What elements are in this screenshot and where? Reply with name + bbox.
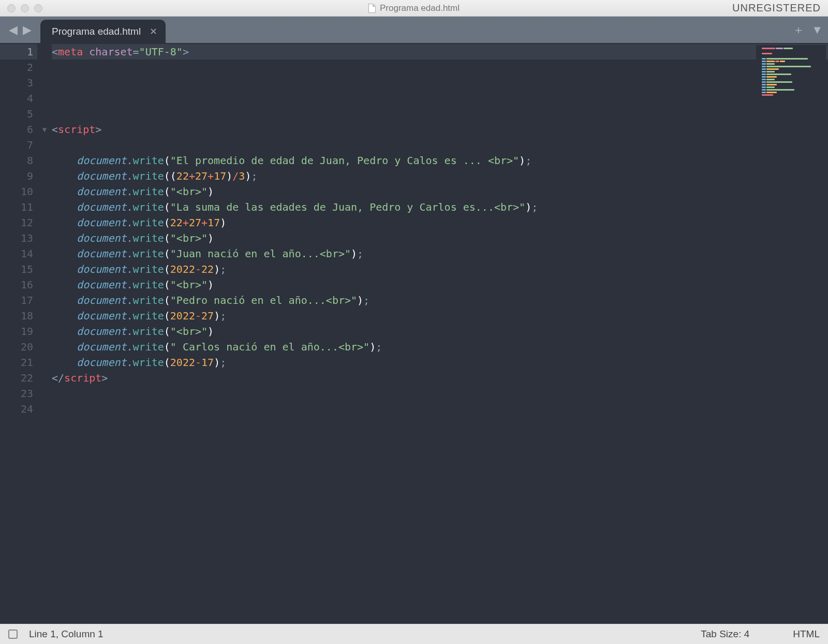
tab-active[interactable]: Programa edad.html ✕ [40,20,166,43]
fold-empty [37,106,52,122]
code-line[interactable]: document.write((22+27+17)/3); [52,168,828,184]
code-line[interactable]: document.write(" Carlos nació en el año.… [52,339,828,355]
gutter-line: 21 [0,355,37,370]
code-line[interactable] [52,386,828,401]
gutter-line: 18 [0,308,37,324]
fold-empty [37,60,52,75]
code-area[interactable]: <meta charset="UTF-8"><script> document.… [52,43,828,624]
gutter-line: 2 [0,60,37,75]
gutter-line: 3 [0,75,37,91]
file-icon [368,4,376,13]
code-line[interactable]: <script> [52,122,828,137]
new-tab-icon[interactable]: ＋ [793,22,804,38]
fold-empty [37,370,52,386]
gutter-line: 23 [0,386,37,401]
tabstrip: ◀ ▶ Programa edad.html ✕ ＋ ▼ [0,17,828,43]
code-line[interactable] [52,106,828,122]
code-line[interactable]: document.write("<br>") [52,277,828,292]
tab-label: Programa edad.html [52,26,141,37]
code-line[interactable] [52,91,828,106]
fold-empty [37,44,52,60]
code-line[interactable]: document.write("<br>") [52,230,828,246]
fold-empty [37,168,52,184]
minimize-window-icon[interactable] [21,4,29,12]
titlebar: Programa edad.html UNREGISTERED [0,0,828,17]
code-line[interactable]: </script> [52,370,828,386]
fold-empty [37,308,52,324]
code-line[interactable]: document.write("<br>") [52,184,828,199]
code-line[interactable]: document.write("La suma de las edades de… [52,199,828,215]
gutter-line: 15 [0,261,37,277]
fold-empty [37,75,52,91]
gutter-line: 5 [0,106,37,122]
nav-forward-icon[interactable]: ▶ [23,23,32,37]
fold-empty [37,137,52,153]
fold-empty [37,91,52,106]
statusbar: Line 1, Column 1 Tab Size: 4 HTML [0,624,828,644]
fold-empty [37,292,52,308]
code-line[interactable] [52,75,828,91]
gutter-line: 16 [0,277,37,292]
code-line[interactable]: <meta charset="UTF-8"> [52,44,828,60]
fold-empty [37,246,52,261]
panel-toggle-icon[interactable] [8,630,18,639]
gutter-line: 14 [0,246,37,261]
gutter-line: 24 [0,401,37,417]
gutter-line: 19 [0,324,37,339]
zoom-window-icon[interactable] [34,4,42,12]
fold-empty [37,199,52,215]
gutter-line: 22 [0,370,37,386]
fold-column: ▼ [37,43,52,624]
gutter-line: 8 [0,153,37,168]
traffic-lights [0,4,42,12]
fold-toggle-icon[interactable]: ▼ [37,122,52,137]
code-line[interactable] [52,60,828,75]
gutter-line: 4 [0,91,37,106]
tab-menu-icon[interactable]: ▼ [811,23,823,37]
code-line[interactable]: document.write("<br>") [52,324,828,339]
nav-back-icon[interactable]: ◀ [9,23,18,37]
fold-empty [37,386,52,401]
code-line[interactable]: document.write(2022-27); [52,308,828,324]
registration-label: UNREGISTERED [732,2,821,14]
gutter-line: 7 [0,137,37,153]
editor[interactable]: 123456789101112131415161718192021222324 … [0,43,828,624]
gutter-line: 10 [0,184,37,199]
status-tabsize[interactable]: Tab Size: 4 [701,628,749,640]
code-line[interactable]: document.write(2022-22); [52,261,828,277]
code-line[interactable]: document.write("Pedro nació en el año...… [52,292,828,308]
fold-empty [37,401,52,417]
fold-empty [37,153,52,168]
gutter: 123456789101112131415161718192021222324 [0,43,37,624]
minimap[interactable] [756,45,826,97]
fold-empty [37,277,52,292]
fold-empty [37,261,52,277]
gutter-line: 11 [0,199,37,215]
fold-empty [37,355,52,370]
gutter-line: 6 [0,122,37,137]
fold-empty [37,324,52,339]
code-line[interactable]: document.write("Juan nació en el año...<… [52,246,828,261]
code-line[interactable]: document.write("El promedio de edad de J… [52,153,828,168]
window-title: Programa edad.html [380,3,460,13]
gutter-line: 1 [0,44,37,60]
gutter-line: 12 [0,215,37,230]
code-line[interactable] [52,137,828,153]
code-line[interactable] [52,401,828,417]
status-cursor[interactable]: Line 1, Column 1 [29,628,103,640]
fold-empty [37,184,52,199]
fold-empty [37,215,52,230]
gutter-line: 20 [0,339,37,355]
fold-empty [37,230,52,246]
gutter-line: 13 [0,230,37,246]
close-tab-icon[interactable]: ✕ [150,26,157,37]
status-syntax[interactable]: HTML [793,628,820,640]
code-line[interactable]: document.write(22+27+17) [52,215,828,230]
gutter-line: 9 [0,168,37,184]
close-window-icon[interactable] [7,4,16,12]
gutter-line: 17 [0,292,37,308]
code-line[interactable]: document.write(2022-17); [52,355,828,370]
fold-empty [37,339,52,355]
